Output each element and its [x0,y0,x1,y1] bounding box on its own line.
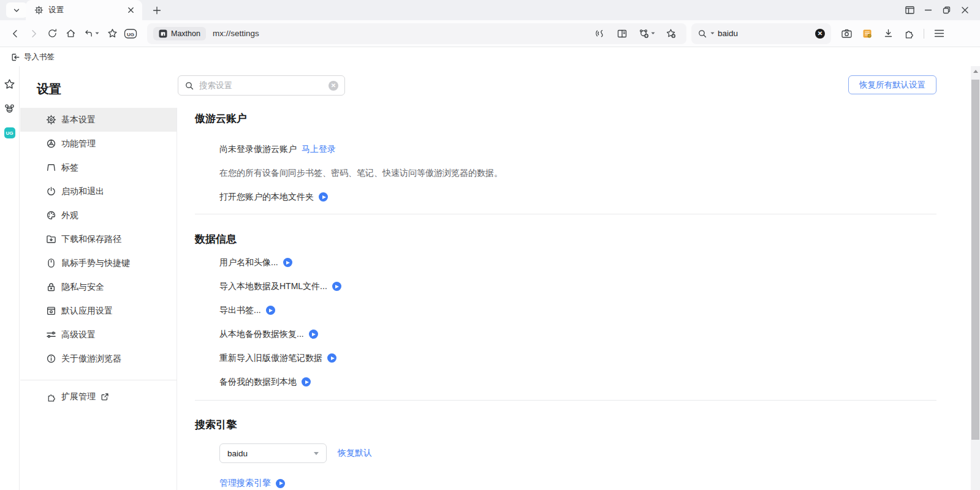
read-aloud-button[interactable] [591,24,609,43]
import-bookmark-icon [11,53,20,62]
download-button[interactable] [879,24,897,43]
open-local-folder-row[interactable]: 打开您账户的本地文件夹 [195,191,936,203]
import-bookmarks-item[interactable]: 导入书签 [7,50,58,64]
bee-icon[interactable] [4,103,15,115]
data-row-label: 导入本地数据及HTML文件... [219,281,327,292]
data-row[interactable]: 导出书签... [195,304,936,316]
nav-item-mouse-gestures[interactable]: 鼠标手势与快捷键 [20,251,177,275]
login-now-link[interactable]: 马上登录 [302,143,336,155]
nav-item-feature-management[interactable]: 功能管理 [20,132,177,156]
data-row[interactable]: 导入本地数据及HTML文件... [195,281,936,292]
new-tab-button[interactable] [149,3,165,18]
gear-icon [34,6,44,15]
address-bar[interactable]: Maxthon mx://settings [147,23,686,44]
nav-divider [20,380,177,380]
tab-close-icon[interactable] [125,5,136,16]
forward-button[interactable] [25,24,43,43]
undo-caret-icon [95,32,99,35]
search-clear-icon[interactable]: ✕ [815,29,825,39]
info-icon [46,353,56,364]
home-button[interactable] [61,24,80,43]
ug-badge-icon[interactable]: UG [121,24,140,43]
svg-text:UG: UG [127,31,134,37]
circle-play-icon[interactable] [327,353,336,363]
ug-teal-badge[interactable]: UG [4,127,15,138]
data-row[interactable]: 备份我的数据到本地 [195,376,936,388]
settings-search-box[interactable]: ✕ [178,75,345,96]
circle-play-icon[interactable] [319,192,328,202]
reader-mode-button[interactable] [613,24,631,43]
nav-item-download-paths[interactable]: 下载和保存路径 [20,227,177,251]
add-favorite-button[interactable] [662,24,680,43]
scroll-up-arrow[interactable] [971,66,980,76]
tab-list-button[interactable] [6,2,27,18]
split-screen-button[interactable] [900,0,919,20]
circle-play-icon[interactable] [309,330,318,339]
data-row[interactable]: 用户名和头像... [195,257,936,268]
minimize-button[interactable] [919,0,937,20]
download-folder-icon [46,234,56,244]
browser-search-value[interactable]: baidu [718,29,812,38]
nav-item-label: 外观 [61,210,78,221]
maxnote-button[interactable] [858,24,876,43]
star-button[interactable] [103,24,121,43]
nav-item-appearance[interactable]: 外观 [20,203,177,227]
search-engine-select[interactable]: baidu [219,443,327,463]
settings-header: 设置 ✕ 恢复所有默认设置 [20,66,971,108]
nav-item-tabs[interactable]: 标签 [20,156,177,179]
nav-item-default-apps[interactable]: 默认应用设置 [20,299,177,323]
circle-play-icon[interactable] [276,479,285,488]
circle-play-icon[interactable] [302,377,311,386]
restore-defaults-button[interactable]: 恢复所有默认设置 [848,75,936,94]
favorites-star-icon[interactable] [4,78,15,90]
settings-content: 傲游云账户 尚未登录傲游云账户 马上登录 在您的所有设备间同步书签、密码、笔记、… [195,108,936,490]
circle-play-icon[interactable] [332,282,341,291]
site-chip[interactable]: Maxthon [153,27,206,40]
open-local-folder-label: 打开您账户的本地文件夹 [219,191,314,203]
nav-item-privacy-security[interactable]: 隐私与安全 [20,275,177,299]
circle-play-icon[interactable] [283,258,292,267]
restore-button[interactable] [937,0,955,20]
settings-search-clear-icon[interactable]: ✕ [329,81,338,91]
toolbar-right-icons [837,24,948,43]
power-icon [46,186,56,197]
page-scrollbar[interactable] [971,66,980,490]
browser-search-box[interactable]: baidu ✕ [691,23,831,44]
manage-search-engines-link[interactable]: 管理搜索引擎 [219,478,271,489]
screenshot-camera-button[interactable] [837,24,856,43]
palette-icon [46,210,56,221]
menu-button[interactable] [930,24,948,43]
section-divider [195,400,936,401]
extensions-puzzle-button[interactable] [900,24,918,43]
tab-title: 设置 [48,5,120,15]
search-engine-value: baidu [227,449,248,458]
sliders-icon [46,330,56,340]
nav-item-label: 隐私与安全 [61,282,104,293]
scrollbar-thumb[interactable] [971,80,979,440]
url-text[interactable]: mx://settings [213,29,259,38]
nav-item-label: 默认应用设置 [61,306,113,317]
nav-item-basic-settings[interactable]: 基本设置 [20,108,177,132]
nav-item-about[interactable]: 关于傲游浏览器 [20,347,177,371]
undo-button[interactable] [80,24,103,43]
data-row[interactable]: 重新导入旧版傲游笔记数据 [195,352,936,364]
nav-item-label: 基本设置 [61,115,96,126]
search-engine-caret-icon[interactable] [710,32,715,35]
circle-play-icon[interactable] [266,306,275,315]
nav-item-advanced[interactable]: 高级设置 [20,323,177,347]
restore-default-engine-link[interactable]: 恢复默认 [338,448,372,459]
active-tab[interactable]: 设置 [26,0,142,20]
site-chip-label: Maxthon [171,29,200,38]
nav-item-label: 鼠标手势与快捷键 [61,258,130,269]
reload-button[interactable] [43,24,61,43]
nav-item-extensions[interactable]: 扩展管理 [20,388,177,406]
settings-search-input[interactable] [199,81,324,90]
close-window-button[interactable] [955,0,974,20]
data-row[interactable]: 从本地备份数据恢复... [195,328,936,340]
nav-item-startup-exit[interactable]: 启动和退出 [20,179,177,203]
back-button[interactable] [6,24,25,43]
manage-search-engines-row[interactable]: 管理搜索引擎 [195,478,936,489]
data-row-label: 重新导入旧版傲游笔记数据 [219,352,322,364]
panda-add-button[interactable] [635,24,658,43]
account-section-title: 傲游云账户 [195,111,936,126]
